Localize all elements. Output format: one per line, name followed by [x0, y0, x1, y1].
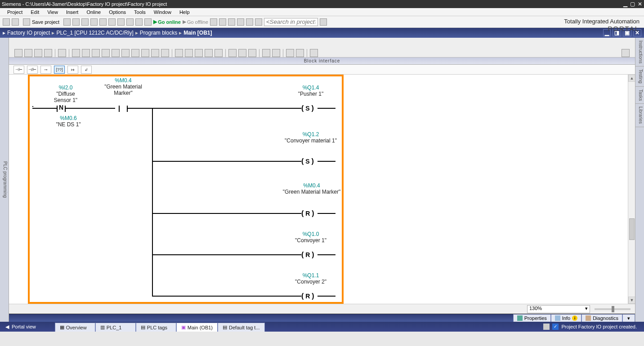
menu-tools[interactable]: Tools: [130, 8, 149, 16]
pt-icon[interactable]: [121, 49, 130, 57]
pt-icon[interactable]: [141, 49, 149, 57]
bottom-tab-plc1[interactable]: ▥PLC_1: [95, 323, 136, 332]
side-tab-testing[interactable]: Testing: [635, 67, 644, 87]
menu-project[interactable]: Project: [4, 8, 26, 16]
pt-icon[interactable]: [262, 49, 270, 57]
split-v-icon[interactable]: [255, 18, 262, 26]
bottom-tab-overview[interactable]: ▦Overview: [55, 323, 95, 332]
menu-options[interactable]: Options: [105, 8, 130, 16]
zoom-slider[interactable]: [595, 308, 631, 310]
pt-icon[interactable]: [102, 49, 110, 57]
tab-collapse-button[interactable]: ▾: [622, 314, 635, 322]
pt-icon[interactable]: [112, 49, 120, 57]
menu-help[interactable]: Help: [176, 8, 193, 16]
go-offline-button[interactable]: ▶ Go offline: [183, 19, 208, 25]
delete-icon[interactable]: [99, 18, 107, 26]
monitor-icon[interactable]: [210, 18, 217, 26]
pt-icon[interactable]: [205, 49, 213, 57]
go-online-button[interactable]: ▶ Go online: [153, 19, 181, 25]
ladder-coil-conv1[interactable]: %Q1.0 "Convoyer 1": [282, 231, 340, 244]
ladder-coil-conv-mat1[interactable]: %Q1.2 "Convoyer material 1": [282, 131, 340, 144]
cross-icon[interactable]: [237, 18, 244, 26]
ladder-branch-close-icon[interactable]: ↲: [81, 66, 92, 74]
split-h-icon[interactable]: [246, 18, 253, 26]
open-icon[interactable]: [12, 18, 19, 26]
crumb-plc[interactable]: PLC_1 [CPU 1212C AC/DC/Rly]: [56, 30, 133, 36]
pt-icon[interactable]: [228, 49, 237, 57]
vertical-scrollbar[interactable]: ▲ ▼: [628, 75, 635, 304]
zoom-select[interactable]: 130% ▾: [527, 305, 590, 313]
search-input[interactable]: [264, 18, 318, 26]
copy-icon[interactable]: [81, 18, 89, 26]
pt-icon[interactable]: [238, 49, 246, 57]
menu-view[interactable]: View: [44, 8, 62, 16]
pt-icon[interactable]: [272, 49, 280, 57]
ladder-branch-open-icon[interactable]: ↦: [67, 66, 78, 74]
pt-icon[interactable]: [185, 49, 193, 57]
pt-icon[interactable]: [131, 49, 139, 57]
menu-online[interactable]: Online: [83, 8, 104, 16]
crumb-main[interactable]: Main [OB1]: [183, 30, 212, 36]
pt-icon[interactable]: [72, 49, 80, 57]
ladder-coil-green-marker[interactable]: %M0.4 "Green Material Marker": [278, 182, 345, 195]
run-icon[interactable]: [228, 18, 235, 26]
close-icon[interactable]: ✕: [638, 0, 642, 8]
minimize-icon[interactable]: ▁: [623, 0, 627, 8]
new-icon[interactable]: [3, 18, 10, 26]
ladder-contact-nc-icon[interactable]: ⊣/⊢: [27, 66, 38, 74]
ladder-contact-in2[interactable]: %M0.4 "Green Material Marker": [101, 77, 146, 96]
side-tab-tasks[interactable]: Tasks: [635, 87, 644, 104]
save-project-button[interactable]: Save project: [21, 18, 62, 27]
upload-icon[interactable]: [144, 18, 152, 26]
bottom-tab-main[interactable]: ▣Main (OB1): [176, 323, 218, 332]
pt-icon[interactable]: [151, 49, 159, 57]
pt-icon[interactable]: [248, 49, 256, 57]
tab-info[interactable]: Infoi: [551, 314, 581, 322]
pt-icon[interactable]: [58, 49, 66, 57]
pt-icon[interactable]: [195, 49, 203, 57]
pt-icon[interactable]: [310, 49, 318, 57]
bottom-tab-defaulttag[interactable]: ▤Default tag t...: [218, 323, 264, 332]
left-side-tab-plc-programming[interactable]: PLC programming: [0, 38, 9, 322]
pt-icon[interactable]: [92, 49, 100, 57]
pt-icon[interactable]: [34, 49, 42, 57]
menu-edit[interactable]: Edit: [27, 8, 43, 16]
crumb-project[interactable]: Factory IO project: [7, 30, 50, 36]
undo-icon[interactable]: [108, 18, 116, 26]
ladder-emptybox-icon[interactable]: [??]: [54, 66, 65, 74]
crumb-blocks[interactable]: Program blocks: [140, 30, 177, 36]
tab-properties[interactable]: Properties: [513, 314, 551, 322]
pt-icon[interactable]: [175, 49, 183, 57]
ladder-coil-pusher1[interactable]: %Q1.4 "Pusher 1": [282, 84, 340, 97]
ladder-coil-conv2[interactable]: %Q1.1 "Convoyer 2": [282, 272, 340, 285]
pt-icon[interactable]: [161, 49, 169, 57]
portal-view-button[interactable]: ◀ Portal view: [0, 324, 41, 330]
pt-icon[interactable]: [14, 49, 22, 57]
menu-window[interactable]: Window: [150, 8, 175, 16]
pt-icon[interactable]: [82, 49, 90, 57]
pt-icon[interactable]: [296, 49, 304, 57]
search-icon[interactable]: [320, 18, 327, 26]
zoom-slider-knob[interactable]: [612, 306, 614, 312]
ladder-contact-no-icon[interactable]: ⊣⊢: [13, 66, 24, 74]
paste-icon[interactable]: [90, 18, 98, 26]
pt-icon[interactable]: [24, 49, 32, 57]
scroll-thumb[interactable]: [629, 218, 635, 240]
pt-icon-right[interactable]: [622, 49, 630, 57]
scroll-up-icon[interactable]: ▲: [628, 75, 635, 82]
compile-icon[interactable]: [126, 18, 134, 26]
stop-icon[interactable]: [219, 18, 226, 26]
scroll-down-icon[interactable]: ▼: [628, 297, 635, 304]
side-tab-libraries[interactable]: Libraries: [635, 104, 644, 127]
pt-icon[interactable]: [44, 49, 52, 57]
block-interface-header[interactable]: Block interface: [9, 58, 635, 65]
print-icon[interactable]: [63, 18, 71, 26]
download-icon[interactable]: [135, 18, 143, 26]
redo-icon[interactable]: [117, 18, 125, 26]
pt-icon[interactable]: [215, 49, 223, 57]
side-tab-instructions[interactable]: Instructions: [635, 38, 644, 67]
tab-diagnostics[interactable]: Diagnostics: [581, 314, 622, 322]
pt-icon[interactable]: [286, 49, 294, 57]
ladder-coil-icon[interactable]: ⊸: [40, 66, 51, 74]
cut-icon[interactable]: [72, 18, 80, 26]
